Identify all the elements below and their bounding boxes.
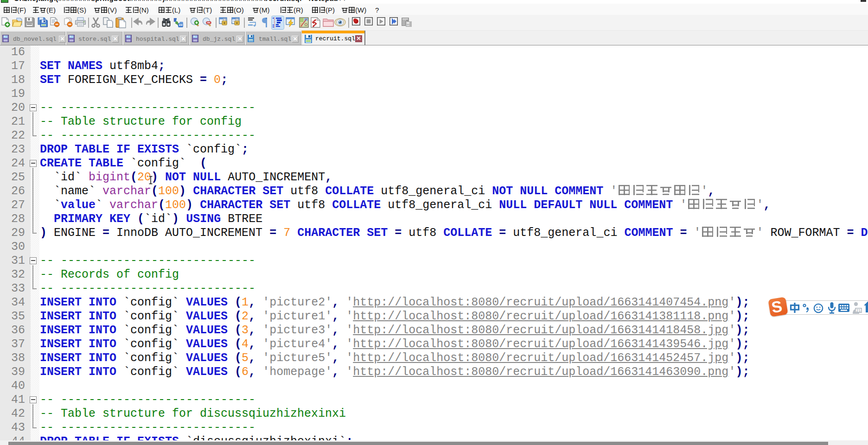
- svg-text:uc: uc: [407, 24, 409, 26]
- svg-text:21: 21: [856, 308, 861, 313]
